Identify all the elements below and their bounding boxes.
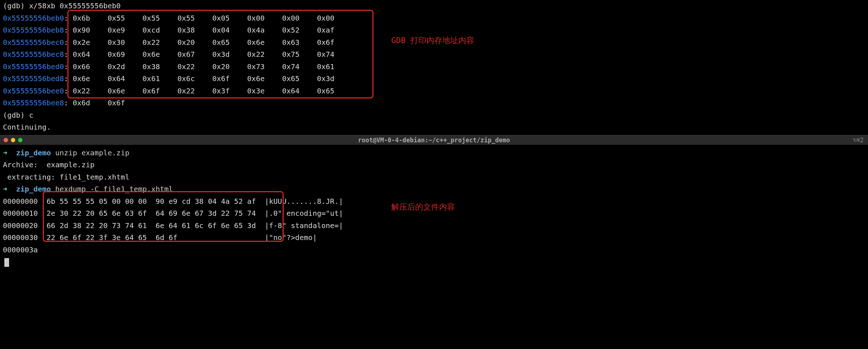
titlebar-title: root@VM-0-4-debian:~/c++_project/zip_dem…	[358, 136, 510, 144]
unzip-command: unzip example.zip	[55, 148, 130, 157]
shell-cwd: zip_demo	[16, 148, 51, 157]
memory-address: 0x55555556bee8	[3, 98, 64, 107]
archive-line: Archive: example.zip	[3, 159, 865, 171]
shell-terminal: ➜ zip_demo unzip example.zip Archive: ex…	[0, 145, 868, 270]
window-controls[interactable]	[4, 138, 22, 142]
maximize-icon[interactable]	[18, 138, 22, 142]
annotation-gdb: GDB 打印内存地址内容	[391, 35, 474, 46]
terminal-titlebar: root@VM-0-4-debian:~/c++_project/zip_dem…	[0, 135, 868, 145]
minimize-icon[interactable]	[11, 138, 15, 142]
cursor-icon	[4, 258, 9, 267]
extracting-line: extracting: file1_temp.xhtml	[3, 171, 865, 184]
gdb-continuing: Continuing.	[3, 121, 865, 134]
memory-address: 0x55555556beb0	[3, 14, 64, 22]
memory-address: 0x55555556bee0	[3, 87, 64, 95]
annotation-hexdump: 解压后的文件内容	[391, 202, 455, 213]
memory-bytes: : 0x6d 0x6f	[64, 98, 143, 107]
hexdump-highlight-box	[43, 191, 284, 242]
memory-address: 0x55555556bec8	[3, 50, 64, 59]
memory-address: 0x55555556bed0	[3, 62, 64, 71]
prompt-arrow-icon: ➜	[3, 148, 7, 157]
cursor-line[interactable]	[3, 256, 865, 268]
prompt-arrow-icon: ➜	[3, 185, 7, 193]
gdb-memory-highlight-box	[67, 10, 374, 98]
memory-address: 0x55555556bec0	[3, 38, 64, 47]
titlebar-shortcut: ⌥⌘2	[852, 136, 864, 144]
close-icon[interactable]	[4, 138, 8, 142]
gdb-terminal: (gdb) x/58xb 0x55555556beb0 0x55555556be…	[0, 0, 868, 134]
shell-unzip-line[interactable]: ➜ zip_demo unzip example.zip	[3, 147, 865, 159]
gdb-continue-cmd[interactable]: (gdb) c	[3, 109, 865, 122]
hexdump-end: 0000003a	[3, 244, 865, 256]
memory-address: 0x55555556bed8	[3, 74, 64, 83]
gdb-memory-row: 0x55555556bee8: 0x6d 0x6f	[3, 97, 865, 109]
memory-address: 0x55555556beb8	[3, 26, 64, 34]
